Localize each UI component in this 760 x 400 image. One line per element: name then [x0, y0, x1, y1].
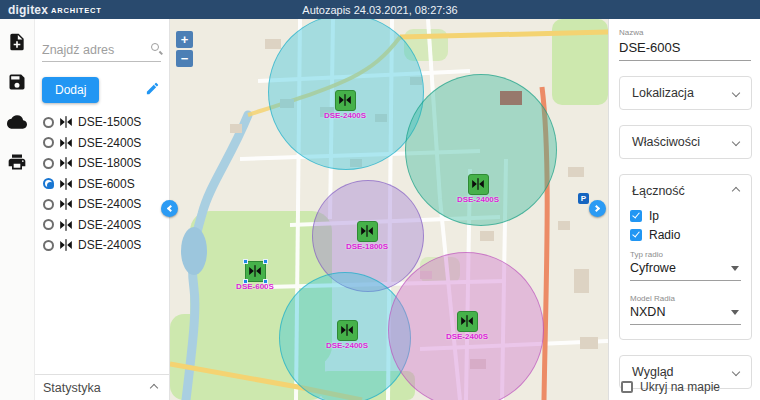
- site-label: DSE-2400S: [457, 195, 499, 204]
- chevron-up-icon: [732, 187, 740, 195]
- brand-suffix: ARCHITECT: [51, 6, 102, 15]
- device-list-item[interactable]: DSE-2400S: [35, 194, 169, 215]
- device-label: DSE-2400S: [78, 136, 141, 150]
- site-marker[interactable]: [335, 90, 356, 111]
- device-list: DSE-1500SDSE-2400SDSE-1800SDSE-600SDSE-2…: [35, 112, 169, 256]
- device-radio[interactable]: [43, 199, 54, 210]
- radio-model-select[interactable]: NXDN: [630, 303, 741, 325]
- site-marker[interactable]: [337, 320, 358, 341]
- antenna-icon: [59, 238, 73, 252]
- device-label: DSE-1800S: [78, 156, 141, 170]
- device-list-item[interactable]: DSE-2400S: [35, 215, 169, 236]
- search-input[interactable]: [42, 43, 147, 57]
- chevron-down-icon: [732, 89, 740, 97]
- selection-handle[interactable]: [243, 259, 248, 264]
- selection-handle[interactable]: [263, 259, 268, 264]
- site-marker[interactable]: [245, 261, 266, 282]
- app-window: digitex ARCHITECT Autozapis 24.03.2021, …: [0, 0, 760, 400]
- cloud-icon[interactable]: [7, 112, 27, 136]
- device-list-item[interactable]: DSE-600S: [35, 174, 169, 195]
- antenna-icon: [59, 218, 73, 232]
- map[interactable]: + − P DSE-2400SDSE-2400SDSE-1800SDSE-600…: [170, 19, 608, 400]
- chevron-down-icon: [732, 368, 740, 376]
- collapse-left-panel-button[interactable]: [161, 200, 178, 217]
- device-radio[interactable]: [43, 219, 54, 230]
- radio-type-label: Typ radio: [630, 250, 741, 259]
- site-label: DSE-2400S: [446, 332, 488, 341]
- section-title: Wygląd: [632, 365, 674, 379]
- radio-checkbox[interactable]: [630, 229, 642, 241]
- antenna-icon: [59, 136, 73, 150]
- map-zoom-controls: + −: [176, 31, 193, 67]
- ip-label: Ip: [649, 209, 659, 223]
- chevron-right-icon: [593, 205, 600, 212]
- device-label: DSE-600S: [78, 177, 135, 191]
- brand-name: digitex: [8, 3, 48, 17]
- section-localization: Lokalizacja: [619, 76, 752, 110]
- device-radio[interactable]: [43, 158, 54, 169]
- search-icon[interactable]: [151, 43, 159, 51]
- antenna-icon: [59, 197, 73, 211]
- ip-checkbox[interactable]: [630, 210, 642, 222]
- site-marker[interactable]: [468, 174, 489, 195]
- address-search: [42, 38, 161, 62]
- site-label: DSE-2400S: [326, 341, 368, 350]
- ip-checkbox-row[interactable]: Ip: [630, 209, 741, 223]
- zoom-in-button[interactable]: +: [176, 31, 193, 48]
- site-label: DSE-1800S: [346, 242, 388, 251]
- section-connectivity: Łączność Ip Radio Typ radio Cyfrowe: [619, 174, 752, 340]
- site-marker[interactable]: [357, 221, 378, 242]
- device-list-item[interactable]: DSE-2400S: [35, 235, 169, 256]
- toolbar-rail: [0, 19, 35, 400]
- section-localization-header[interactable]: Lokalizacja: [620, 77, 751, 109]
- hide-on-map-row[interactable]: Ukryj na mapie: [621, 380, 720, 394]
- radio-model-value: NXDN: [630, 305, 665, 319]
- new-document-icon[interactable]: [7, 32, 27, 56]
- save-icon[interactable]: [7, 72, 27, 96]
- inspector-panel: Nazwa Lokalizacja Właściwości Łączność: [608, 19, 760, 400]
- site-label: DSE-600S: [236, 282, 274, 291]
- section-title: Właściwości: [632, 135, 700, 149]
- hide-on-map-label: Ukryj na mapie: [640, 380, 720, 394]
- section-properties: Właściwości: [619, 125, 752, 159]
- device-list-item[interactable]: DSE-2400S: [35, 133, 169, 154]
- parking-icon: P: [578, 193, 589, 204]
- device-list-item[interactable]: DSE-1800S: [35, 153, 169, 174]
- device-radio[interactable]: [43, 137, 54, 148]
- section-title: Łączność: [632, 184, 685, 198]
- radio-checkbox-row[interactable]: Radio: [630, 228, 741, 242]
- add-device-button[interactable]: Dodaj: [42, 77, 99, 103]
- radio-label: Radio: [649, 228, 680, 242]
- section-properties-header[interactable]: Właściwości: [620, 126, 751, 158]
- topbar: digitex ARCHITECT Autozapis 24.03.2021, …: [0, 0, 760, 19]
- device-list-item[interactable]: DSE-1500S: [35, 112, 169, 133]
- statistics-toggle[interactable]: Statystyka: [35, 374, 169, 400]
- edit-pencil-icon[interactable]: [145, 81, 160, 100]
- chevron-up-icon: [150, 383, 158, 391]
- collapse-right-panel-button[interactable]: [589, 200, 606, 217]
- device-radio[interactable]: [43, 178, 54, 189]
- name-input[interactable]: [619, 37, 751, 61]
- zoom-out-button[interactable]: −: [176, 50, 193, 67]
- device-label: DSE-2400S: [78, 238, 141, 252]
- radio-type-select[interactable]: Cyfrowe: [630, 259, 741, 281]
- chevron-left-icon: [167, 205, 174, 212]
- app-logo: digitex ARCHITECT: [8, 0, 102, 19]
- antenna-icon: [59, 156, 73, 170]
- radio-model-label: Model Radia: [630, 294, 741, 303]
- device-radio[interactable]: [43, 117, 54, 128]
- site-marker[interactable]: [457, 311, 478, 332]
- radio-type-value: Cyfrowe: [630, 261, 676, 275]
- print-icon[interactable]: [7, 152, 27, 176]
- dropdown-caret-icon: [731, 310, 739, 315]
- section-title: Lokalizacja: [632, 86, 694, 100]
- autosave-status: Autozapis 24.03.2021, 08:27:36: [0, 4, 760, 16]
- device-radio[interactable]: [43, 240, 54, 251]
- site-label: DSE-2400S: [324, 111, 366, 120]
- device-label: DSE-1500S: [78, 115, 141, 129]
- antenna-icon: [59, 115, 73, 129]
- device-label: DSE-2400S: [78, 197, 141, 211]
- hide-on-map-checkbox[interactable]: [621, 381, 633, 393]
- section-connectivity-header[interactable]: Łączność: [620, 175, 751, 207]
- device-label: DSE-2400S: [78, 218, 141, 232]
